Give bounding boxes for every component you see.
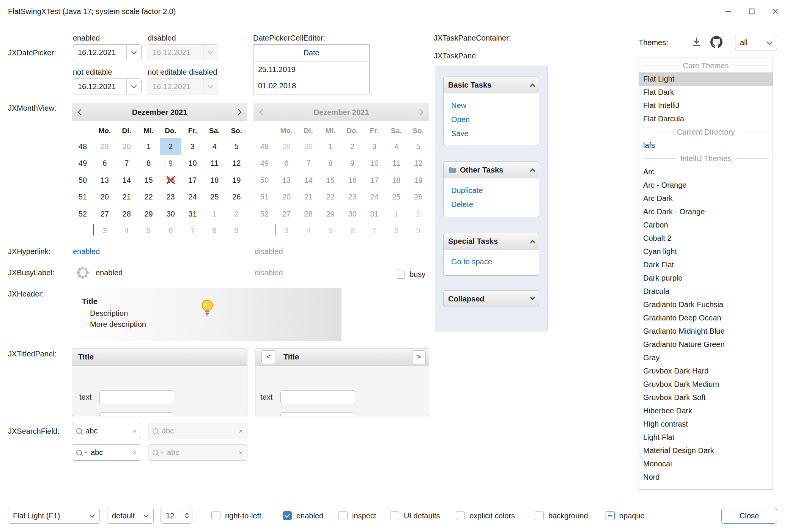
search-field-with-menu[interactable]: abc ×	[72, 444, 141, 461]
search-text[interactable]: abc	[91, 448, 129, 457]
calendar-day[interactable]: 5	[320, 223, 342, 240]
calendar-day[interactable]: 29	[320, 206, 342, 223]
laf-combo[interactable]: Flat Light (F1)	[8, 508, 100, 524]
calendar-day[interactable]: 1	[385, 206, 407, 223]
calendar-day[interactable]: 23	[342, 189, 364, 206]
calendar-day[interactable]: 9	[225, 223, 247, 240]
theme-item[interactable]: Flat Dark	[639, 86, 773, 99]
calendar-day[interactable]: 31	[181, 206, 203, 223]
calendar-day[interactable]: 2	[160, 138, 182, 155]
calendar-day[interactable]: 7	[297, 155, 320, 172]
checkbox-icon[interactable]	[535, 511, 544, 520]
calendar-day[interactable]: 5	[407, 138, 429, 155]
minimize-button[interactable]	[716, 0, 740, 23]
calendar-day[interactable]: 1	[138, 138, 160, 155]
calendar-day[interactable]: 3	[275, 223, 297, 240]
calendar-day[interactable]: 30	[160, 206, 182, 223]
calendar-day[interactable]: 2	[225, 206, 247, 223]
next-month-icon[interactable]	[235, 109, 242, 116]
theme-item[interactable]: Flat Darcula	[639, 112, 773, 126]
calendar-day[interactable]: 18	[385, 172, 407, 189]
calendar-day[interactable]: 3	[363, 138, 385, 155]
taskpane-header[interactable]: Collapsed	[443, 290, 539, 307]
theme-item[interactable]: Gradianto Nature Green	[639, 338, 773, 351]
clear-icon[interactable]: ×	[132, 449, 137, 457]
calendar-day[interactable]: 21	[297, 189, 320, 206]
text-field[interactable]	[99, 412, 174, 416]
close-window-button[interactable]	[763, 0, 787, 23]
theme-item[interactable]: Flat IntelliJ	[639, 99, 773, 112]
calendar-day[interactable]: 13	[275, 172, 297, 189]
calendar-day[interactable]: 24	[181, 189, 203, 206]
theme-item[interactable]: Arc Dark - Orange	[639, 205, 773, 218]
enabled-checkbox[interactable]: enabled	[283, 510, 323, 522]
github-button[interactable]	[710, 36, 722, 50]
calendar-day[interactable]: 21	[116, 189, 138, 206]
theme-item[interactable]: Cobalt 2	[639, 232, 773, 245]
taskpane-link[interactable]: Save	[451, 127, 539, 141]
theme-item[interactable]: Gradianto Midnight Blue	[639, 325, 773, 338]
taskpane-link[interactable]: Duplicate	[451, 184, 539, 198]
theme-item[interactable]: Gray	[639, 351, 773, 364]
calendar-day[interactable]: 4	[203, 138, 225, 155]
calendar-day[interactable]: 15	[320, 172, 342, 189]
calendar-day[interactable]: 2	[342, 138, 364, 155]
calendar-day[interactable]: 7	[363, 223, 385, 240]
theme-item[interactable]: Monocai	[639, 457, 773, 471]
calendar-day[interactable]: 29	[94, 138, 116, 155]
ui-defaults-checkbox[interactable]: UI defaults	[390, 510, 440, 522]
calendar-day[interactable]: 27	[275, 206, 297, 223]
calendar-day[interactable]: 3	[181, 138, 203, 155]
themes-list[interactable]: Core ThemesFlat LightFlat DarkFlat Intel…	[639, 58, 773, 490]
calendar-day[interactable]: 24	[363, 189, 385, 206]
theme-item[interactable]: High contrast	[639, 417, 773, 431]
calendar-day[interactable]: 9	[342, 155, 364, 172]
text-field[interactable]	[280, 412, 355, 416]
spinner-buttons[interactable]	[181, 508, 192, 523]
calendar-day[interactable]: 23	[160, 189, 182, 206]
checkbox-icon[interactable]	[606, 511, 615, 520]
calendar-day[interactable]: 16	[342, 172, 364, 189]
taskpane-header[interactable]: Special Tasks	[443, 233, 539, 250]
text-field[interactable]	[280, 390, 355, 404]
calendar-day[interactable]: 20	[94, 189, 116, 206]
calendar-day[interactable]: 14	[116, 172, 138, 189]
calendar-day[interactable]: 6	[342, 223, 364, 240]
explicit-colors-checkbox[interactable]: explicit colors	[456, 510, 515, 522]
theme-item[interactable]: Arc Dark	[639, 192, 773, 205]
checkbox-icon[interactable]	[456, 511, 465, 520]
calendar-day[interactable]: 6	[160, 223, 182, 240]
theme-item[interactable]: Gruvbox Dark Hard	[639, 364, 773, 378]
inspect-checkbox[interactable]: inspect	[338, 510, 376, 522]
background-checkbox[interactable]: background	[535, 510, 588, 522]
close-button[interactable]: Close	[721, 508, 777, 524]
calendar-day[interactable]: 8	[320, 155, 342, 172]
calendar-day[interactable]: 22	[138, 189, 160, 206]
calendar-day[interactable]: 11	[203, 155, 225, 172]
taskpane-link[interactable]: New	[451, 99, 539, 113]
checkbox-icon[interactable]	[283, 511, 292, 520]
calendar-day[interactable]: 7	[116, 155, 138, 172]
hyperlink-enabled[interactable]: enabled	[73, 246, 100, 257]
calendar-day[interactable]: 25	[385, 189, 407, 206]
calendar-day[interactable]: 31	[363, 206, 385, 223]
taskpane-link[interactable]: Delete	[451, 198, 539, 212]
calendar-day[interactable]: 4	[116, 223, 138, 240]
calendar-day[interactable]: 19	[407, 172, 429, 189]
theme-item[interactable]: Nord	[639, 471, 773, 484]
calendar-day[interactable]: 18	[203, 172, 225, 189]
calendar-day[interactable]: 16	[160, 172, 182, 189]
checkbox-icon[interactable]	[390, 511, 399, 520]
right-to-left-checkbox[interactable]: right-to-left	[211, 510, 261, 522]
calendar-day[interactable]: 17	[363, 172, 385, 189]
calendar-day[interactable]: 12	[225, 155, 247, 172]
style-combo[interactable]: default	[107, 508, 154, 524]
calendar-day[interactable]: 28	[116, 206, 138, 223]
calendar-day[interactable]: 6	[275, 155, 297, 172]
calendar-day[interactable]: 3	[94, 223, 116, 240]
taskpane-link[interactable]: Open	[451, 113, 539, 127]
calendar-day[interactable]: 13	[94, 172, 116, 189]
maximize-button[interactable]	[740, 0, 763, 23]
checkbox-icon[interactable]	[211, 511, 220, 520]
calendar-day[interactable]: 30	[342, 206, 364, 223]
